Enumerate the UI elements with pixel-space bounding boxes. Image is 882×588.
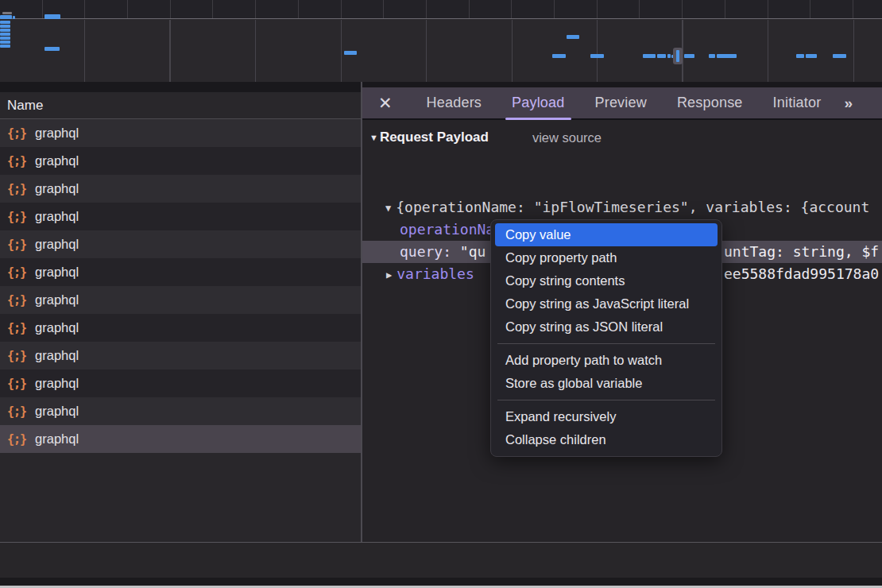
request-name: graphql	[35, 320, 79, 335]
menu-item-store-as-global-variable[interactable]: Store as global variable	[495, 372, 718, 395]
fetch-braces-icon: {;}	[7, 154, 26, 168]
table-row[interactable]: {;}graphql	[0, 342, 361, 369]
requests-list-panel: Name {;}graphql {;}graphql {;}graphql {;…	[0, 92, 361, 542]
request-name: graphql	[35, 404, 79, 419]
context-menu: Copy value Copy property path Copy strin…	[490, 219, 722, 457]
detail-tab-bar: ✕ Headers Payload Preview Response Initi…	[362, 87, 882, 120]
timeline-request-bar	[44, 14, 60, 19]
table-row[interactable]: {;}graphql	[0, 175, 361, 203]
timeline-request-bar	[0, 15, 12, 19]
fetch-braces-icon: {;}	[7, 349, 26, 363]
timeline-request-bar	[676, 50, 679, 62]
property-value-left: "qu	[460, 243, 486, 260]
view-source-link[interactable]: view source	[532, 130, 602, 145]
tab-preview[interactable]: Preview	[587, 88, 655, 118]
tab-headers[interactable]: Headers	[419, 88, 489, 118]
fetch-braces-icon: {;}	[7, 377, 26, 391]
name-column-label: Name	[7, 98, 43, 114]
timeline-ruler	[0, 0, 882, 19]
fetch-braces-icon: {;}	[7, 293, 26, 308]
table-row[interactable]: {;}graphql	[0, 397, 361, 425]
fetch-braces-icon: {;}	[7, 432, 26, 447]
payload-preview-text: {operationName: "ipFlowTimeseries", vari…	[396, 199, 869, 215]
table-row[interactable]: {;}graphql	[0, 119, 361, 147]
timeline-request-bar	[0, 33, 10, 36]
timeline-request-bar	[833, 54, 846, 58]
timeline-request-bar	[0, 41, 10, 44]
menu-item-add-property-path-to-watch[interactable]: Add property path to watch	[495, 349, 718, 372]
fetch-braces-icon: {;}	[7, 126, 26, 141]
fetch-braces-icon: {;}	[7, 321, 26, 335]
payload-root-row[interactable]: ▼{operationName: "ipFlowTimeseries", var…	[385, 196, 869, 219]
timeline-request-bar	[0, 37, 10, 40]
request-name: graphql	[35, 181, 79, 196]
menu-item-copy-string-json-literal[interactable]: Copy string as JSON literal	[495, 315, 718, 338]
fetch-braces-icon: {;}	[7, 404, 26, 419]
timeline-request-bar	[344, 51, 357, 55]
timeline-request-bar	[657, 54, 666, 58]
fetch-braces-icon: {;}	[7, 238, 26, 252]
expand-triangle-icon[interactable]: ▼	[385, 197, 391, 219]
timeline-request-bar	[44, 47, 60, 51]
menu-item-copy-property-path[interactable]: Copy property path	[495, 246, 718, 269]
request-payload-header: ▼ Request Payload view source	[362, 120, 882, 155]
request-name: graphql	[35, 431, 79, 447]
name-column-header[interactable]: Name	[0, 92, 361, 119]
menu-item-copy-string-js-literal[interactable]: Copy string as JavaScript literal	[495, 292, 718, 315]
section-title[interactable]: Request Payload	[380, 130, 489, 145]
expand-triangle-icon[interactable]: ▶	[386, 264, 392, 286]
timeline-request-bar	[13, 16, 15, 19]
variables-row[interactable]: ▶variables	[386, 263, 474, 285]
menu-item-collapse-children[interactable]: Collapse children	[495, 428, 718, 451]
fetch-braces-icon: {;}	[7, 210, 26, 224]
table-row[interactable]: {;}graphql	[0, 369, 361, 397]
request-name: graphql	[35, 237, 79, 252]
table-row[interactable]: {;}graphql	[0, 286, 361, 314]
timeline-request-bar	[590, 54, 604, 58]
timeline-request-bar	[709, 54, 715, 58]
menu-item-copy-value[interactable]: Copy value	[495, 223, 718, 246]
request-name: graphql	[35, 153, 79, 168]
menu-divider	[497, 343, 715, 344]
timeline-request-bar	[552, 54, 566, 58]
timeline-request-bar	[0, 44, 10, 48]
table-row-selected[interactable]: {;}graphql	[0, 425, 361, 453]
tab-payload[interactable]: Payload	[504, 88, 572, 118]
property-key: variables	[397, 265, 474, 282]
request-name: graphql	[35, 126, 79, 141]
menu-item-expand-recursively[interactable]: Expand recursively	[495, 405, 718, 428]
timeline-request-bar	[0, 21, 10, 24]
variables-value-right-fragment: ee5588fdad995178a0	[724, 263, 879, 285]
tab-initiator[interactable]: Initiator	[765, 88, 830, 118]
timeline-request-bar	[2, 12, 12, 14]
table-row[interactable]: {;}graphql	[0, 258, 361, 286]
devtools-network-panel: Name {;}graphql {;}graphql {;}graphql {;…	[0, 0, 882, 588]
table-row[interactable]: {;}graphql	[0, 147, 361, 175]
collapse-triangle-icon[interactable]: ▼	[369, 133, 378, 142]
table-row[interactable]: {;}graphql	[0, 314, 361, 342]
timeline-request-bar	[0, 25, 10, 28]
fetch-braces-icon: {;}	[7, 182, 26, 196]
timeline-request-bar	[684, 54, 694, 58]
more-tabs-chevron-icon[interactable]: »	[844, 95, 851, 112]
fetch-braces-icon: {;}	[7, 265, 26, 280]
request-rows: {;}graphql {;}graphql {;}graphql {;}grap…	[0, 119, 361, 453]
table-row[interactable]: {;}graphql	[0, 203, 361, 230]
timeline-request-bar	[806, 54, 817, 58]
network-overview-timeline[interactable]	[0, 0, 882, 82]
request-name: graphql	[35, 265, 79, 280]
menu-divider	[497, 400, 715, 400]
table-row[interactable]: {;}graphql	[0, 230, 361, 258]
window-bottom-strip	[0, 578, 882, 586]
property-key: query:	[400, 243, 460, 260]
timeline-request-bar	[717, 54, 737, 58]
menu-item-copy-string-contents[interactable]: Copy string contents	[495, 269, 718, 292]
timeline-request-bar	[667, 54, 671, 58]
timeline-request-bar	[0, 29, 10, 32]
close-icon[interactable]: ✕	[378, 95, 393, 111]
tab-response[interactable]: Response	[669, 88, 751, 118]
query-row[interactable]: query: "qu	[400, 241, 485, 263]
request-name: graphql	[35, 292, 79, 308]
timeline-band	[0, 20, 882, 82]
request-name: graphql	[35, 348, 79, 363]
